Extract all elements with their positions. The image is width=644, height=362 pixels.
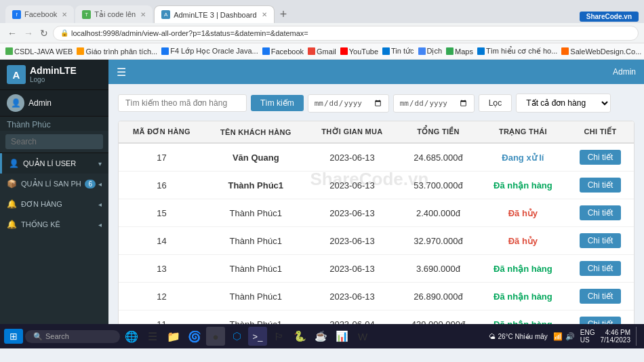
header-user: Admin bbox=[613, 67, 636, 77]
bookmark-giao-trinh[interactable]: Giáo trình phân tích... bbox=[77, 47, 157, 56]
bookmark-maps[interactable]: Maps bbox=[446, 47, 473, 56]
col-thoi-gian: THỜI GIAN MUA bbox=[307, 121, 398, 143]
taskbar-file-explorer[interactable]: 📁 bbox=[164, 327, 183, 346]
chitiet-btn[interactable]: Chi tiết bbox=[580, 233, 622, 248]
chitiet-btn[interactable]: Chi tiết bbox=[580, 205, 622, 220]
bookmarks-bar: CSDL-JAVA WEB Giáo trình phân tích... F4… bbox=[0, 43, 644, 60]
taskbar-terminal[interactable]: >_ bbox=[248, 327, 267, 346]
nav-forward[interactable]: → bbox=[22, 26, 35, 40]
taskbar-chrome[interactable]: ● bbox=[206, 327, 225, 346]
tab-tailieu-close[interactable]: ✕ bbox=[140, 11, 146, 18]
tab-tailieu-label: Tải code lên bbox=[94, 10, 136, 19]
bookmark-dich[interactable]: Dịch bbox=[418, 47, 443, 56]
date-from-input[interactable] bbox=[308, 94, 389, 113]
sidebar-search-input[interactable] bbox=[5, 134, 103, 149]
sidebar-item-don-hang[interactable]: 🔔 ĐƠN HÀNG ◂ bbox=[0, 194, 108, 214]
cell-id: 11 bbox=[119, 310, 205, 325]
sidebar: A AdminLTE Logo 👤 Admin Thành Phúc 👤 bbox=[0, 60, 108, 324]
bookmark-csdl[interactable]: CSDL-JAVA WEB bbox=[5, 47, 73, 56]
taskbar-misc5[interactable]: W bbox=[353, 327, 372, 346]
cell-status: Đã nhận hàng bbox=[479, 283, 567, 310]
sidebar-nav: 👤 QUẢN LÍ USER ▾ 📦 QUẢN LÍ SAN PH 6 ◂ bbox=[0, 153, 108, 324]
nav-back[interactable]: ← bbox=[5, 26, 19, 40]
chitiet-btn[interactable]: Chi tiết bbox=[580, 178, 622, 193]
taskbar-show-desktop[interactable] bbox=[636, 327, 640, 346]
search-btn[interactable]: Tìm kiếm bbox=[251, 95, 304, 111]
taskbar-cortana[interactable]: 🌐 bbox=[122, 327, 141, 346]
taskbar-search-icon: 🔍 bbox=[33, 332, 43, 341]
cell-status: Đã nhận hàng bbox=[479, 255, 567, 283]
bookmark-gmail[interactable]: Gmail bbox=[308, 47, 336, 56]
address-text: localhost:9998/admin/view-all-order?p=1&… bbox=[71, 29, 308, 37]
chitiet-btn[interactable]: Chi tiết bbox=[580, 261, 622, 276]
chitiet-btn[interactable]: Chi tiết bbox=[580, 150, 622, 165]
toggle-sidebar-btn[interactable]: ☰ bbox=[117, 66, 126, 79]
date-to-input[interactable] bbox=[393, 94, 475, 113]
status-select[interactable]: Tất cả đơn hàng Đang xử lí Đã nhận hàng … bbox=[516, 94, 611, 113]
address-bar[interactable]: 🔒 localhost:9998/admin/view-all-order?p=… bbox=[53, 26, 639, 41]
cell-date: 2023-06-13 bbox=[307, 172, 398, 199]
taskbar-search[interactable]: 🔍 Search bbox=[25, 330, 120, 343]
tab-add-button[interactable]: + bbox=[276, 7, 291, 22]
filter-btn[interactable]: Lọc bbox=[479, 94, 512, 112]
taskbar-misc1[interactable]: 🏳 bbox=[269, 327, 288, 346]
taskbar-date: 7/14/2023 bbox=[601, 336, 631, 344]
cell-id: 13 bbox=[119, 255, 205, 283]
tab-facebook[interactable]: f Facebook ✕ bbox=[5, 5, 74, 23]
sharecode-logo: ShareCode.vn bbox=[580, 12, 639, 22]
taskbar-time: 4:46 PM bbox=[601, 329, 631, 336]
product-icon: 📦 bbox=[7, 179, 17, 188]
tab-adminlte-close[interactable]: ✕ bbox=[262, 11, 267, 18]
bookmark-f4[interactable]: F4 Lớp Học Oracle Java... bbox=[161, 47, 258, 56]
taskbar-edge[interactable]: 🌀 bbox=[185, 327, 204, 346]
tab-facebook-close[interactable]: ✕ bbox=[62, 11, 67, 18]
col-chi-tiet: CHI TIẾT bbox=[567, 121, 634, 143]
table-header: MÃ ĐƠN HÀNG TÊN KHÁCH HÀNG THỜI GIAN MUA… bbox=[119, 121, 634, 143]
cell-chitiet: Chi tiết bbox=[567, 283, 634, 310]
cell-chitiet: Chi tiết bbox=[567, 227, 634, 255]
taskbar-misc2[interactable]: 🐍 bbox=[290, 327, 309, 346]
bookmark-saleweb[interactable]: SaleWebDesign.Co... bbox=[561, 47, 641, 56]
taskbar-language: ENG US bbox=[580, 329, 595, 344]
cell-date: 2023-06-13 bbox=[307, 199, 398, 227]
taskbar-start[interactable]: ⊞ bbox=[4, 329, 23, 344]
tray-wifi[interactable]: 📶 bbox=[553, 332, 563, 341]
table-row: 15 Thành Phúc1 2023-06-13 2.400.000đ Đã … bbox=[119, 199, 634, 227]
taskbar-misc3[interactable]: ☕ bbox=[311, 327, 330, 346]
cell-customer: Thành Phúc1 bbox=[205, 199, 307, 227]
taskbar-weather: 🌤 26°C Nhiều mây bbox=[489, 333, 547, 340]
sidebar-item-thong-ke[interactable]: 🔔 THỐNG KÊ ◂ bbox=[0, 214, 108, 235]
tray-volume[interactable]: 🔊 bbox=[565, 332, 575, 341]
sidebar-item-donhang-label: ĐƠN HÀNG bbox=[21, 200, 62, 209]
col-trang-thai: TRẠNG THÁI bbox=[479, 121, 567, 143]
app-layout: ShareCode.vn A AdminLTE Logo 👤 Admin Thà… bbox=[0, 60, 644, 324]
table-row: 14 Thành Phúc1 2023-06-13 32.970.000đ Đã… bbox=[119, 227, 634, 255]
nav-refresh[interactable]: ↻ bbox=[38, 26, 50, 40]
cell-date: 2023-06-13 bbox=[307, 255, 398, 283]
bookmark-tintuc[interactable]: Tin tức bbox=[382, 47, 414, 56]
logo-text: AdminLTE bbox=[30, 66, 77, 76]
orders-table: MÃ ĐƠN HÀNG TÊN KHÁCH HÀNG THỜI GIAN MUA… bbox=[119, 121, 634, 324]
taskbar-task-view[interactable]: ☰ bbox=[143, 327, 162, 346]
search-order-input[interactable] bbox=[118, 94, 247, 112]
col-tong-tien: TỔNG TIỀN bbox=[397, 121, 479, 143]
tab-tailieu[interactable]: T Tải code lên ✕ bbox=[75, 5, 153, 23]
chitiet-btn[interactable]: Chi tiết bbox=[580, 289, 622, 304]
sidebar-item-quan-li-san-pham[interactable]: 📦 QUẢN LÍ SAN PH 6 ◂ bbox=[0, 174, 108, 194]
cell-customer: Thành Phúc1 bbox=[205, 310, 307, 325]
bookmark-youtube[interactable]: YouTube bbox=[340, 47, 378, 56]
chitiet-btn[interactable]: Chi tiết bbox=[580, 317, 622, 324]
cell-id: 12 bbox=[119, 283, 205, 310]
tab-adminlte[interactable]: A AdminLTE 3 | Dashboard ✕ bbox=[154, 5, 275, 23]
header-right: Admin bbox=[613, 67, 636, 77]
bookmark-facebook[interactable]: Facebook bbox=[262, 47, 304, 56]
table-row: 17 Văn Quang 2023-06-13 24.685.000đ Đang… bbox=[119, 143, 634, 172]
taskbar-misc4[interactable]: 📊 bbox=[332, 327, 351, 346]
bookmark-timhieu[interactable]: Tìm hiểu cơ chế ho... bbox=[477, 47, 557, 56]
table-body: 17 Văn Quang 2023-06-13 24.685.000đ Đang… bbox=[119, 143, 634, 324]
sanpham-badge: 6 bbox=[85, 180, 96, 188]
cell-total: 3.690.000đ bbox=[397, 255, 479, 283]
sidebar-item-quan-li-user[interactable]: 👤 QUẢN LÍ USER ▾ bbox=[0, 153, 108, 174]
table-row: 11 Thành Phúc1 2023-06-04 439.000.000đ Đ… bbox=[119, 310, 634, 325]
taskbar-vscode[interactable]: ⬡ bbox=[227, 327, 246, 346]
